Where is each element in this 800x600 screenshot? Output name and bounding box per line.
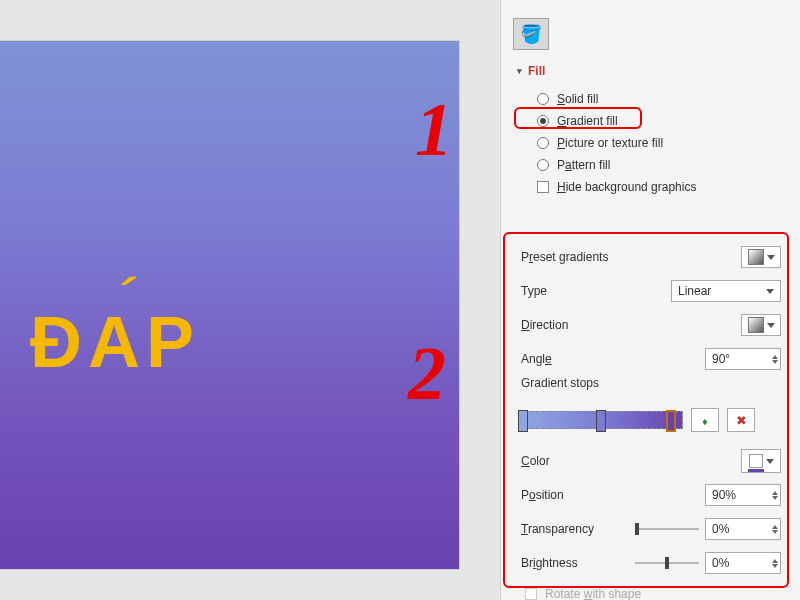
fill-section-header[interactable]: ▾ Fill [517,64,545,78]
annotation-2: 2 [408,330,446,417]
checkbox-icon [537,181,549,193]
pattern-fill-option[interactable]: Pattern fill [537,154,696,176]
paint-bucket-icon: 🪣 [520,23,542,45]
radio-icon [537,137,549,149]
picture-fill-label: Picture or texture fill [557,136,663,150]
radio-icon [537,159,549,171]
annotation-1: 1 [415,86,453,173]
fill-type-group: Solid fill Gradient fill Picture or text… [537,88,696,198]
rotate-with-shape-label: Rotate with shape [545,587,641,600]
hide-bg-option[interactable]: Hide background graphics [537,176,696,198]
fill-tab-button[interactable]: 🪣 [513,18,549,50]
radio-icon [537,93,549,105]
pattern-fill-label: Pattern fill [557,158,610,172]
checkbox-icon [525,588,537,600]
solid-fill-label: Solid fill [557,92,598,106]
collapse-arrow-icon: ▾ [517,66,522,76]
fill-header-label: Fill [528,64,545,78]
slide-text-dap[interactable]: ĐAP [30,301,200,383]
annotation-box-2 [503,232,789,588]
slide-canvas[interactable]: ´ ĐAP [0,40,460,570]
annotation-box-1 [514,107,642,129]
hide-bg-label: Hide background graphics [557,180,696,194]
picture-fill-option[interactable]: Picture or texture fill [537,132,696,154]
